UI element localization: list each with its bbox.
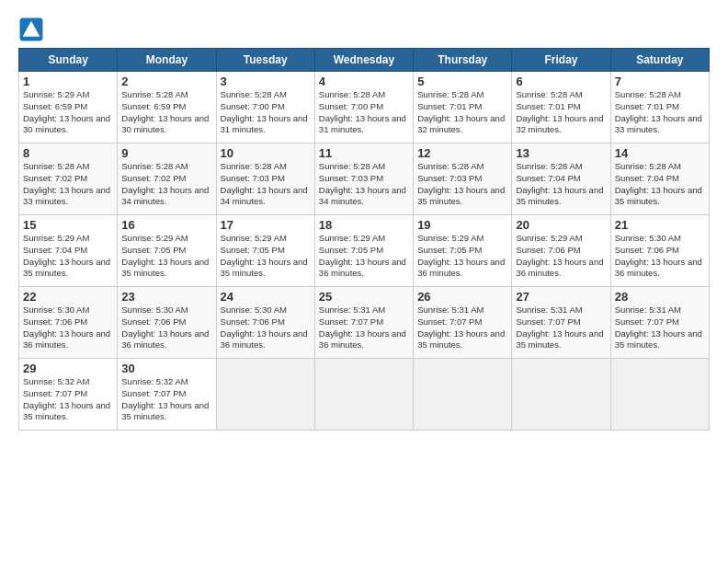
day-number: 22 bbox=[23, 290, 113, 304]
calendar-day: 14Sunrise: 5:28 AMSunset: 7:04 PMDayligh… bbox=[610, 144, 709, 215]
day-info: Sunrise: 5:32 AMSunset: 7:07 PMDaylight:… bbox=[23, 376, 113, 423]
calendar-week-row: 29Sunrise: 5:32 AMSunset: 7:07 PMDayligh… bbox=[19, 359, 710, 431]
calendar-day: 29Sunrise: 5:32 AMSunset: 7:07 PMDayligh… bbox=[19, 359, 118, 431]
day-number: 29 bbox=[23, 362, 113, 375]
day-number: 13 bbox=[516, 146, 606, 160]
day-number: 7 bbox=[615, 75, 705, 88]
day-info: Sunrise: 5:29 AMSunset: 7:04 PMDaylight:… bbox=[23, 233, 113, 280]
day-number: 17 bbox=[221, 218, 311, 232]
calendar-day: 10Sunrise: 5:28 AMSunset: 7:03 PMDayligh… bbox=[216, 144, 314, 215]
calendar-day: 6Sunrise: 5:28 AMSunset: 7:01 PMDaylight… bbox=[512, 72, 610, 144]
day-number: 30 bbox=[121, 362, 211, 375]
calendar-day: 17Sunrise: 5:29 AMSunset: 7:05 PMDayligh… bbox=[216, 215, 314, 287]
calendar-day: 21Sunrise: 5:30 AMSunset: 7:06 PMDayligh… bbox=[610, 215, 709, 287]
day-info: Sunrise: 5:28 AMSunset: 7:02 PMDaylight:… bbox=[23, 161, 113, 208]
calendar-day: 7Sunrise: 5:28 AMSunset: 7:01 PMDaylight… bbox=[610, 72, 709, 144]
day-number: 25 bbox=[319, 290, 409, 304]
calendar-week-row: 8Sunrise: 5:28 AMSunset: 7:02 PMDaylight… bbox=[19, 144, 710, 215]
day-info: Sunrise: 5:28 AMSunset: 7:03 PMDaylight:… bbox=[319, 161, 409, 208]
calendar-week-row: 22Sunrise: 5:30 AMSunset: 7:06 PMDayligh… bbox=[19, 287, 710, 359]
day-info: Sunrise: 5:31 AMSunset: 7:07 PMDaylight:… bbox=[516, 304, 606, 351]
calendar-day: 2Sunrise: 5:28 AMSunset: 6:59 PMDaylight… bbox=[118, 72, 216, 144]
day-number: 5 bbox=[417, 75, 507, 88]
day-info: Sunrise: 5:28 AMSunset: 7:01 PMDaylight:… bbox=[615, 89, 705, 136]
day-info: Sunrise: 5:28 AMSunset: 6:59 PMDaylight:… bbox=[121, 89, 211, 136]
calendar-week-row: 1Sunrise: 5:29 AMSunset: 6:59 PMDaylight… bbox=[19, 72, 710, 144]
calendar-day: 27Sunrise: 5:31 AMSunset: 7:07 PMDayligh… bbox=[512, 287, 610, 359]
calendar-day bbox=[314, 359, 413, 431]
calendar-day: 22Sunrise: 5:30 AMSunset: 7:06 PMDayligh… bbox=[19, 287, 118, 359]
calendar-day bbox=[512, 359, 610, 431]
calendar-day: 15Sunrise: 5:29 AMSunset: 7:04 PMDayligh… bbox=[19, 215, 118, 287]
calendar-day bbox=[216, 359, 314, 431]
calendar-day: 13Sunrise: 5:28 AMSunset: 7:04 PMDayligh… bbox=[512, 144, 610, 215]
logo-icon bbox=[18, 17, 44, 42]
day-number: 24 bbox=[221, 290, 311, 304]
day-number: 28 bbox=[615, 290, 705, 304]
calendar-day: 1Sunrise: 5:29 AMSunset: 6:59 PMDaylight… bbox=[19, 72, 118, 144]
calendar-day: 3Sunrise: 5:28 AMSunset: 7:00 PMDaylight… bbox=[216, 72, 314, 144]
day-number: 14 bbox=[615, 146, 705, 160]
day-number: 18 bbox=[319, 218, 409, 232]
day-number: 6 bbox=[516, 75, 606, 88]
day-number: 15 bbox=[23, 218, 113, 232]
day-info: Sunrise: 5:29 AMSunset: 7:05 PMDaylight:… bbox=[319, 233, 409, 280]
weekday-header: Wednesday bbox=[314, 49, 413, 72]
day-info: Sunrise: 5:29 AMSunset: 7:05 PMDaylight:… bbox=[417, 233, 507, 280]
day-number: 27 bbox=[516, 290, 606, 304]
calendar-day: 8Sunrise: 5:28 AMSunset: 7:02 PMDaylight… bbox=[19, 144, 118, 215]
weekday-header: Monday bbox=[118, 49, 216, 72]
calendar-day: 19Sunrise: 5:29 AMSunset: 7:05 PMDayligh… bbox=[414, 215, 512, 287]
day-info: Sunrise: 5:29 AMSunset: 7:05 PMDaylight:… bbox=[121, 233, 211, 280]
day-number: 1 bbox=[23, 75, 113, 88]
day-info: Sunrise: 5:31 AMSunset: 7:07 PMDaylight:… bbox=[615, 304, 705, 351]
day-info: Sunrise: 5:28 AMSunset: 7:04 PMDaylight:… bbox=[516, 161, 606, 208]
day-number: 21 bbox=[615, 218, 705, 232]
day-number: 26 bbox=[417, 290, 507, 304]
calendar-day bbox=[610, 359, 709, 431]
day-info: Sunrise: 5:30 AMSunset: 7:06 PMDaylight:… bbox=[23, 304, 113, 351]
calendar-day: 12Sunrise: 5:28 AMSunset: 7:03 PMDayligh… bbox=[414, 144, 512, 215]
calendar-day: 30Sunrise: 5:32 AMSunset: 7:07 PMDayligh… bbox=[118, 359, 216, 431]
day-number: 11 bbox=[319, 146, 409, 160]
weekday-header: Friday bbox=[512, 49, 610, 72]
day-info: Sunrise: 5:31 AMSunset: 7:07 PMDaylight:… bbox=[319, 304, 409, 351]
day-info: Sunrise: 5:29 AMSunset: 7:05 PMDaylight:… bbox=[221, 233, 311, 280]
weekday-header: Saturday bbox=[610, 49, 709, 72]
day-number: 9 bbox=[121, 146, 211, 160]
weekday-header: Thursday bbox=[414, 49, 512, 72]
day-number: 23 bbox=[121, 290, 211, 304]
day-info: Sunrise: 5:28 AMSunset: 7:00 PMDaylight:… bbox=[221, 89, 311, 136]
day-info: Sunrise: 5:28 AMSunset: 7:03 PMDaylight:… bbox=[221, 161, 311, 208]
day-info: Sunrise: 5:28 AMSunset: 7:01 PMDaylight:… bbox=[516, 89, 606, 136]
calendar-day: 24Sunrise: 5:30 AMSunset: 7:06 PMDayligh… bbox=[216, 287, 314, 359]
calendar-week-row: 15Sunrise: 5:29 AMSunset: 7:04 PMDayligh… bbox=[19, 215, 710, 287]
day-number: 2 bbox=[121, 75, 211, 88]
day-number: 10 bbox=[221, 146, 311, 160]
day-number: 3 bbox=[221, 75, 311, 88]
calendar-day: 28Sunrise: 5:31 AMSunset: 7:07 PMDayligh… bbox=[610, 287, 709, 359]
day-info: Sunrise: 5:28 AMSunset: 7:00 PMDaylight:… bbox=[319, 89, 409, 136]
calendar-day: 11Sunrise: 5:28 AMSunset: 7:03 PMDayligh… bbox=[314, 144, 413, 215]
day-number: 12 bbox=[417, 146, 507, 160]
day-number: 19 bbox=[417, 218, 507, 232]
day-info: Sunrise: 5:28 AMSunset: 7:01 PMDaylight:… bbox=[417, 89, 507, 136]
day-info: Sunrise: 5:30 AMSunset: 7:06 PMDaylight:… bbox=[121, 304, 211, 351]
logo bbox=[18, 17, 46, 42]
day-info: Sunrise: 5:28 AMSunset: 7:04 PMDaylight:… bbox=[615, 161, 705, 208]
weekday-header-row: SundayMondayTuesdayWednesdayThursdayFrid… bbox=[19, 49, 710, 72]
day-number: 20 bbox=[516, 218, 606, 232]
day-number: 8 bbox=[23, 146, 113, 160]
calendar-table: SundayMondayTuesdayWednesdayThursdayFrid… bbox=[18, 48, 710, 431]
day-info: Sunrise: 5:28 AMSunset: 7:03 PMDaylight:… bbox=[417, 161, 507, 208]
calendar-day: 16Sunrise: 5:29 AMSunset: 7:05 PMDayligh… bbox=[118, 215, 216, 287]
calendar-day: 20Sunrise: 5:29 AMSunset: 7:06 PMDayligh… bbox=[512, 215, 610, 287]
day-info: Sunrise: 5:31 AMSunset: 7:07 PMDaylight:… bbox=[417, 304, 507, 351]
day-number: 4 bbox=[319, 75, 409, 88]
day-info: Sunrise: 5:30 AMSunset: 7:06 PMDaylight:… bbox=[615, 233, 705, 280]
weekday-header: Tuesday bbox=[216, 49, 314, 72]
page: SundayMondayTuesdayWednesdayThursdayFrid… bbox=[0, 0, 728, 440]
day-info: Sunrise: 5:30 AMSunset: 7:06 PMDaylight:… bbox=[221, 304, 311, 351]
day-info: Sunrise: 5:32 AMSunset: 7:07 PMDaylight:… bbox=[121, 376, 211, 423]
day-info: Sunrise: 5:28 AMSunset: 7:02 PMDaylight:… bbox=[121, 161, 211, 208]
